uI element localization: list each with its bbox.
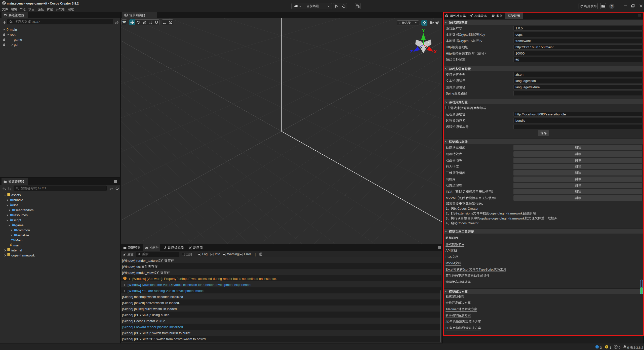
svg-text:Z: Z [410, 50, 413, 54]
svg-text:Y: Y [422, 28, 425, 33]
svg-text:?: ? [611, 5, 613, 8]
svg-text:X: X [434, 50, 437, 54]
